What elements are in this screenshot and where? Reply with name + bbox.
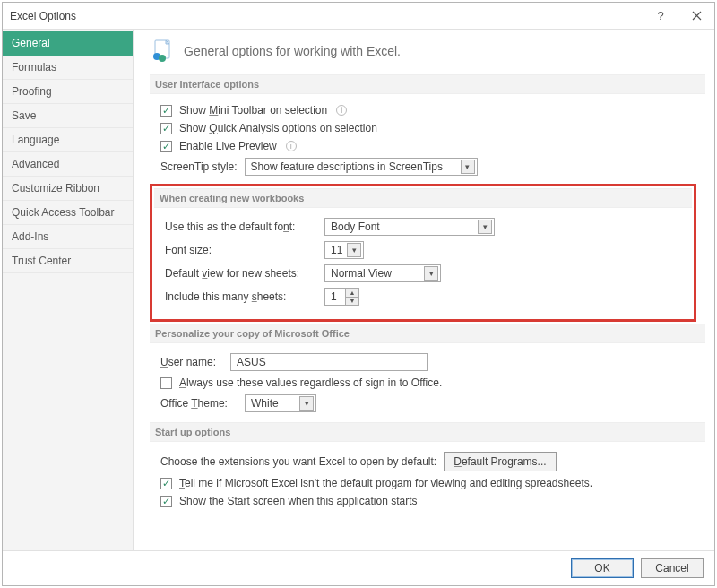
titlebar: Excel Options ? [3,3,714,30]
label-live-preview: Enable Live Preview [179,140,277,152]
sidebar-item-language[interactable]: Language [3,128,133,152]
checkbox-tell-me-default[interactable]: ✓ [160,478,172,489]
label-default-view: Default view for new sheets: [165,267,317,280]
section-new-workbooks: When creating new workbooks [154,188,692,208]
label-font-size: Font size: [165,244,317,256]
personalize-group: User name: ASUS ✓ Always use these value… [150,350,705,420]
spinner-up-button[interactable]: ▲ [346,289,358,298]
spinner-sheet-count[interactable]: 1 ▲ ▼ [324,288,359,306]
checkbox-show-start-screen[interactable]: ✓ [160,496,172,507]
input-user-name-value: ASUS [237,356,266,368]
label-show-start-screen: Show the Start screen when this applicat… [179,495,417,507]
ok-button[interactable]: OK [571,558,634,578]
sidebar-item-addins[interactable]: Add-Ins [3,225,133,249]
label-quick-analysis: Show Quick Analysis options on selection [179,122,377,134]
highlight-new-workbooks: When creating new workbooks Use this as … [150,184,696,322]
label-screentip: ScreenTip style: [160,160,238,173]
chevron-down-icon: ▾ [461,160,475,174]
select-default-font-value: Body Font [331,220,380,233]
label-user-name: User name: [160,356,223,368]
section-ui-options: User Interface options [150,74,705,94]
sidebar-item-proofing[interactable]: Proofing [3,80,133,104]
sidebar-item-qat[interactable]: Quick Access Toolbar [3,201,133,225]
info-icon[interactable]: i [336,105,347,116]
input-user-name[interactable]: ASUS [230,353,428,371]
label-tell-me-default: Tell me if Microsoft Excel isn't the def… [179,477,592,489]
select-office-theme-value: White [251,397,279,410]
select-font-size-value: 11 [331,244,342,256]
select-screentip-value: Show feature descriptions in ScreenTips [251,160,443,173]
dialog-body: General Formulas Proofing Save Language … [3,30,714,550]
excel-options-dialog: Excel Options ? General Formulas Proofin… [2,2,715,586]
sidebar-item-advanced[interactable]: Advanced [3,152,133,177]
svg-point-2 [159,55,166,62]
sidebar-item-save[interactable]: Save [3,104,133,128]
label-default-font: Use this as the default font: [165,220,317,233]
content-panel: General options for working with Excel. … [134,30,714,550]
general-options-icon [150,39,175,64]
info-icon[interactable]: i [286,141,297,151]
category-sidebar: General Formulas Proofing Save Language … [3,30,134,550]
sidebar-item-trust-center[interactable]: Trust Center [3,249,133,273]
ui-options-group: ✓ Show Mini Toolbar on selection i ✓ Sho… [150,101,705,184]
label-always-use-values: Always use these values regardless of si… [179,376,442,389]
select-screentip-style[interactable]: Show feature descriptions in ScreenTips … [245,158,478,176]
spinner-down-button[interactable]: ▼ [346,298,358,306]
select-default-view[interactable]: Normal View ▾ [324,264,441,282]
default-programs-label: Default Programs... [454,455,546,468]
checkbox-live-preview[interactable]: ✓ [160,141,172,152]
select-office-theme[interactable]: White ▾ [245,394,316,412]
page-header-text: General options for working with Excel. [184,44,401,58]
section-personalize: Personalize your copy of Microsoft Offic… [150,324,705,343]
help-button[interactable]: ? [643,3,678,30]
startup-group: Choose the extensions you want Excel to … [150,449,705,515]
cancel-button[interactable]: Cancel [641,558,704,578]
close-icon [692,11,702,21]
close-button[interactable] [678,3,714,30]
chevron-down-icon: ▾ [347,243,361,257]
new-workbooks-group: Use this as the default font: Body Font … [154,215,692,314]
label-mini-toolbar: Show Mini Toolbar on selection [179,104,327,117]
checkbox-mini-toolbar[interactable]: ✓ [160,105,172,117]
window-title: Excel Options [10,10,643,22]
default-programs-button[interactable]: Default Programs... [444,452,556,471]
label-choose-extensions: Choose the extensions you want Excel to … [160,455,436,468]
checkbox-quick-analysis[interactable]: ✓ [160,123,172,134]
select-font-size[interactable]: 11 ▾ [324,241,364,259]
sidebar-item-general[interactable]: General [3,31,133,56]
dialog-footer: OK Cancel [3,550,714,585]
sidebar-item-formulas[interactable]: Formulas [3,56,133,80]
chevron-down-icon: ▾ [424,266,438,281]
select-default-view-value: Normal View [331,267,392,280]
sidebar-item-customize-ribbon[interactable]: Customize Ribbon [3,177,133,201]
spinner-sheet-count-value: 1 [325,289,345,305]
checkbox-always-use-values[interactable]: ✓ [160,377,172,389]
chevron-down-icon: ▾ [299,396,314,411]
select-default-font[interactable]: Body Font ▾ [324,218,495,236]
label-office-theme: Office Theme: [160,397,238,410]
chevron-down-icon: ▾ [478,220,492,234]
page-header: General options for working with Excel. [150,35,705,73]
section-startup: Start up options [150,422,705,442]
label-sheet-count: Include this many sheets: [165,290,317,303]
